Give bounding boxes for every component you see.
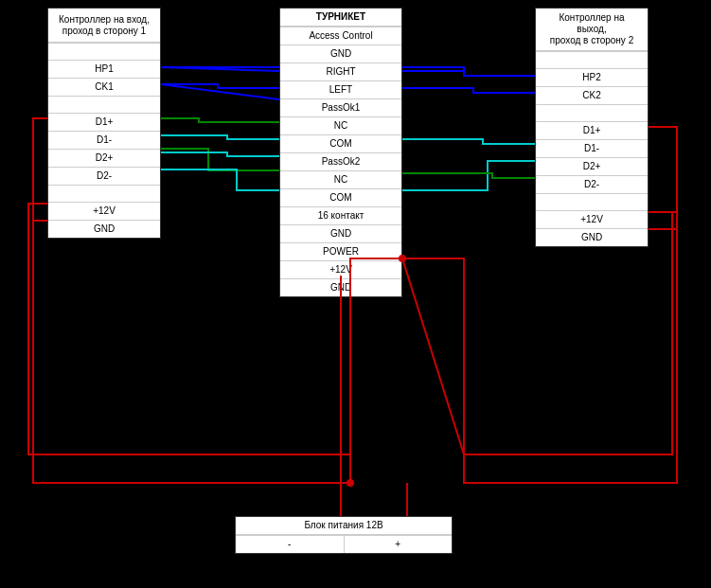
left-t2: CK1 [48,78,160,96]
center-t1: GND [280,45,401,62]
center-t8: NC [280,170,401,188]
center-t2: RIGHT [280,62,401,80]
center-t5: NC [280,116,401,134]
right-t5: D1- [536,139,648,157]
right-t1: HP2 [536,68,648,86]
right-controller-box: Контроллер навыход,проход в сторону 2 HP… [535,8,649,247]
left-controller-box: Контроллер на вход,проход в сторону 1 HP… [47,8,161,239]
wire-ck1-left-poly [161,84,279,88]
center-title: ТУРНИКЕТ [280,9,401,27]
wire-left-ck2-poly [402,88,535,93]
left-t9: +12V [48,202,160,220]
power-label: Блок питания 12В [236,517,452,535]
wire-red-left-d1plus [33,118,47,204]
right-t0 [536,51,648,68]
left-t8 [48,185,160,202]
wire-hp1-right-line [161,67,279,71]
left-t6: D2+ [48,149,160,167]
right-t9: +12V [536,210,648,228]
wire-d2minus-com2-left [161,169,279,190]
wire-red-right-d1plus [649,127,677,212]
right-t3 [536,104,648,121]
power-minus: - [236,535,345,553]
center-t9: COM [280,188,401,206]
wire-right-hp2 [402,67,535,76]
center-t3: LEFT [280,80,401,98]
wire-com2-d2plus-right [402,161,535,190]
dot-gnd-junction [347,479,354,487]
right-t2: CK2 [536,86,648,104]
left-t5: D1- [48,131,160,149]
left-t1: HP1 [48,60,160,78]
wire-red-right-12v [402,212,677,483]
center-t7: PassOk2 [280,152,401,170]
wire-d1minus-com-left [161,135,279,139]
center-t4: PassOk1 [280,98,401,116]
wire-12v-right-center [402,212,672,454]
power-supply-box: Блок питания 12В - + [235,516,453,554]
wiring-diagram: Контроллер на вход,проход в сторону 1 HP… [0,0,711,588]
wire-d1plus-nc [161,118,279,122]
right-t8 [536,193,648,210]
center-t11: GND [280,224,401,242]
power-plus: + [345,535,453,553]
left-t3 [48,96,160,113]
wire-right-hp2-poly [402,71,535,76]
wire-d1plus-nc-left [161,149,279,170]
right-controller-label: Контроллер навыход,проход в сторону 2 [536,9,648,51]
right-t4: D1+ [536,121,648,139]
left-t7: D2- [48,167,160,185]
wire-d2plus-passok2 [161,152,279,156]
left-t0 [48,43,160,60]
wire-nc2-d2minus-right [402,173,535,178]
center-t10: 16 контакт [280,206,401,224]
left-controller-label: Контроллер на вход,проход в сторону 1 [48,9,160,43]
right-t6: D2+ [536,157,648,175]
wire-com-d1minus-right [402,139,535,144]
left-t10: GND [48,220,160,238]
right-t10: GND [536,228,648,246]
center-t14: GND [280,278,401,296]
center-t13: +12V [280,260,401,278]
wire-ck1-left [161,84,279,99]
center-block-box: ТУРНИКЕТ Access Control GND RIGHT LEFT P… [279,8,402,297]
left-t4: D1+ [48,113,160,131]
center-t12: POWER [280,242,401,260]
right-t7: D2- [536,175,648,193]
center-subtitle: Access Control [280,27,401,45]
center-t6: COM [280,134,401,152]
